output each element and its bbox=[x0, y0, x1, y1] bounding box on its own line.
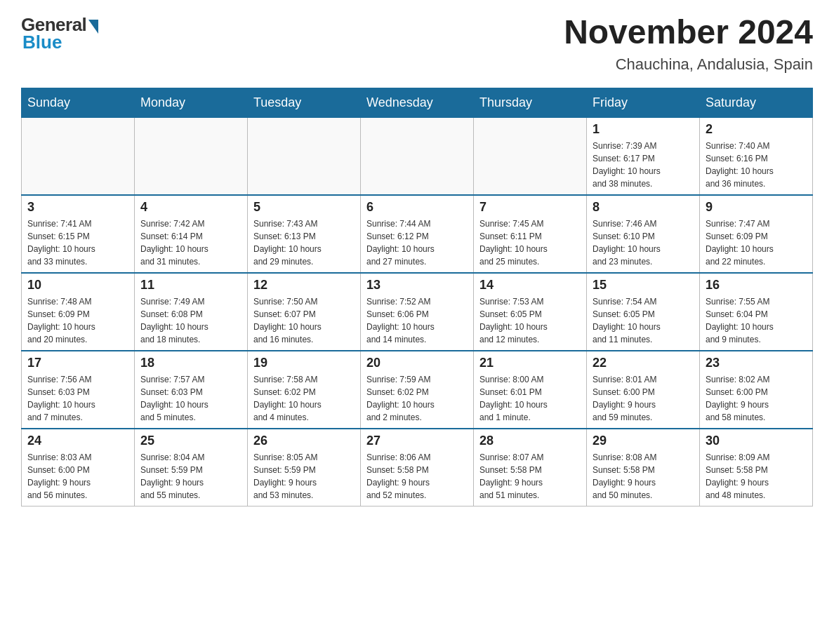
calendar-cell: 10Sunrise: 7:48 AM Sunset: 6:09 PM Dayli… bbox=[22, 273, 135, 351]
logo-arrow-icon bbox=[88, 20, 98, 34]
calendar-cell: 29Sunrise: 8:08 AM Sunset: 5:58 PM Dayli… bbox=[587, 429, 700, 507]
calendar-header-monday: Monday bbox=[135, 88, 248, 117]
calendar-cell: 2Sunrise: 7:40 AM Sunset: 6:16 PM Daylig… bbox=[700, 117, 813, 195]
calendar-cell: 21Sunrise: 8:00 AM Sunset: 6:01 PM Dayli… bbox=[474, 351, 587, 429]
calendar-cell: 17Sunrise: 7:56 AM Sunset: 6:03 PM Dayli… bbox=[22, 351, 135, 429]
day-info: Sunrise: 8:08 AM Sunset: 5:58 PM Dayligh… bbox=[593, 451, 694, 502]
day-number: 29 bbox=[593, 434, 694, 448]
day-info: Sunrise: 8:02 AM Sunset: 6:00 PM Dayligh… bbox=[706, 373, 807, 424]
day-number: 18 bbox=[140, 356, 241, 370]
day-info: Sunrise: 7:59 AM Sunset: 6:02 PM Dayligh… bbox=[366, 373, 468, 424]
calendar-header-thursday: Thursday bbox=[474, 88, 587, 117]
day-info: Sunrise: 7:49 AM Sunset: 6:08 PM Dayligh… bbox=[140, 295, 241, 346]
calendar-header-sunday: Sunday bbox=[22, 88, 135, 117]
calendar-cell: 27Sunrise: 8:06 AM Sunset: 5:58 PM Dayli… bbox=[361, 429, 474, 507]
calendar-cell: 20Sunrise: 7:59 AM Sunset: 6:02 PM Dayli… bbox=[361, 351, 474, 429]
day-info: Sunrise: 8:00 AM Sunset: 6:01 PM Dayligh… bbox=[479, 373, 581, 424]
day-number: 24 bbox=[27, 434, 128, 448]
logo: General Blue bbox=[21, 14, 98, 53]
calendar-cell: 11Sunrise: 7:49 AM Sunset: 6:08 PM Dayli… bbox=[135, 273, 248, 351]
page-header: General Blue November 2024 Chauchina, An… bbox=[21, 14, 813, 74]
calendar-cell: 18Sunrise: 7:57 AM Sunset: 6:03 PM Dayli… bbox=[135, 351, 248, 429]
day-info: Sunrise: 8:03 AM Sunset: 6:00 PM Dayligh… bbox=[27, 451, 128, 502]
day-info: Sunrise: 7:47 AM Sunset: 6:09 PM Dayligh… bbox=[706, 217, 807, 268]
day-number: 23 bbox=[706, 356, 807, 370]
calendar-week-3: 10Sunrise: 7:48 AM Sunset: 6:09 PM Dayli… bbox=[22, 273, 813, 351]
day-number: 21 bbox=[479, 356, 581, 370]
day-number: 11 bbox=[140, 278, 241, 293]
calendar-cell bbox=[248, 117, 361, 195]
month-year-title: November 2024 bbox=[564, 14, 813, 51]
day-number: 12 bbox=[253, 278, 355, 293]
day-info: Sunrise: 8:07 AM Sunset: 5:58 PM Dayligh… bbox=[479, 451, 581, 502]
day-info: Sunrise: 8:04 AM Sunset: 5:59 PM Dayligh… bbox=[140, 451, 241, 502]
day-info: Sunrise: 7:52 AM Sunset: 6:06 PM Dayligh… bbox=[366, 295, 468, 346]
calendar-cell: 7Sunrise: 7:45 AM Sunset: 6:11 PM Daylig… bbox=[474, 195, 587, 273]
day-info: Sunrise: 7:40 AM Sunset: 6:16 PM Dayligh… bbox=[706, 140, 807, 190]
calendar-cell bbox=[474, 117, 587, 195]
day-number: 28 bbox=[479, 434, 581, 448]
calendar-cell: 26Sunrise: 8:05 AM Sunset: 5:59 PM Dayli… bbox=[248, 429, 361, 507]
calendar-header-saturday: Saturday bbox=[700, 88, 813, 117]
day-number: 4 bbox=[140, 200, 241, 215]
calendar-cell bbox=[135, 117, 248, 195]
day-number: 20 bbox=[366, 356, 468, 370]
location-subtitle: Chauchina, Andalusia, Spain bbox=[564, 55, 813, 74]
calendar-cell: 23Sunrise: 8:02 AM Sunset: 6:00 PM Dayli… bbox=[700, 351, 813, 429]
calendar-cell bbox=[22, 117, 135, 195]
day-info: Sunrise: 8:09 AM Sunset: 5:58 PM Dayligh… bbox=[706, 451, 807, 502]
day-number: 6 bbox=[366, 200, 468, 215]
calendar-table: SundayMondayTuesdayWednesdayThursdayFrid… bbox=[21, 88, 813, 507]
calendar-cell: 6Sunrise: 7:44 AM Sunset: 6:12 PM Daylig… bbox=[361, 195, 474, 273]
logo-blue-text: Blue bbox=[22, 32, 62, 53]
day-info: Sunrise: 7:55 AM Sunset: 6:04 PM Dayligh… bbox=[706, 295, 807, 346]
day-info: Sunrise: 7:39 AM Sunset: 6:17 PM Dayligh… bbox=[593, 140, 694, 190]
calendar-cell: 14Sunrise: 7:53 AM Sunset: 6:05 PM Dayli… bbox=[474, 273, 587, 351]
calendar-week-2: 3Sunrise: 7:41 AM Sunset: 6:15 PM Daylig… bbox=[22, 195, 813, 273]
calendar-cell: 13Sunrise: 7:52 AM Sunset: 6:06 PM Dayli… bbox=[361, 273, 474, 351]
day-number: 9 bbox=[706, 200, 807, 215]
calendar-cell: 3Sunrise: 7:41 AM Sunset: 6:15 PM Daylig… bbox=[22, 195, 135, 273]
day-info: Sunrise: 7:48 AM Sunset: 6:09 PM Dayligh… bbox=[27, 295, 128, 346]
calendar-header-wednesday: Wednesday bbox=[361, 88, 474, 117]
day-info: Sunrise: 7:56 AM Sunset: 6:03 PM Dayligh… bbox=[27, 373, 128, 424]
calendar-header-row: SundayMondayTuesdayWednesdayThursdayFrid… bbox=[22, 88, 813, 117]
calendar-week-1: 1Sunrise: 7:39 AM Sunset: 6:17 PM Daylig… bbox=[22, 117, 813, 195]
day-info: Sunrise: 7:41 AM Sunset: 6:15 PM Dayligh… bbox=[27, 217, 128, 268]
day-number: 5 bbox=[253, 200, 355, 215]
calendar-cell: 16Sunrise: 7:55 AM Sunset: 6:04 PM Dayli… bbox=[700, 273, 813, 351]
calendar-header-tuesday: Tuesday bbox=[248, 88, 361, 117]
day-number: 2 bbox=[706, 122, 807, 137]
calendar-cell: 24Sunrise: 8:03 AM Sunset: 6:00 PM Dayli… bbox=[22, 429, 135, 507]
day-number: 25 bbox=[140, 434, 241, 448]
day-info: Sunrise: 8:01 AM Sunset: 6:00 PM Dayligh… bbox=[593, 373, 694, 424]
calendar-cell: 28Sunrise: 8:07 AM Sunset: 5:58 PM Dayli… bbox=[474, 429, 587, 507]
calendar-cell: 4Sunrise: 7:42 AM Sunset: 6:14 PM Daylig… bbox=[135, 195, 248, 273]
day-info: Sunrise: 7:58 AM Sunset: 6:02 PM Dayligh… bbox=[253, 373, 355, 424]
calendar-week-4: 17Sunrise: 7:56 AM Sunset: 6:03 PM Dayli… bbox=[22, 351, 813, 429]
day-info: Sunrise: 7:57 AM Sunset: 6:03 PM Dayligh… bbox=[140, 373, 241, 424]
day-info: Sunrise: 7:54 AM Sunset: 6:05 PM Dayligh… bbox=[593, 295, 694, 346]
calendar-cell: 25Sunrise: 8:04 AM Sunset: 5:59 PM Dayli… bbox=[135, 429, 248, 507]
day-number: 15 bbox=[593, 278, 694, 293]
day-number: 30 bbox=[706, 434, 807, 448]
calendar-cell bbox=[361, 117, 474, 195]
day-number: 17 bbox=[27, 356, 128, 370]
day-info: Sunrise: 7:43 AM Sunset: 6:13 PM Dayligh… bbox=[253, 217, 355, 268]
calendar-cell: 5Sunrise: 7:43 AM Sunset: 6:13 PM Daylig… bbox=[248, 195, 361, 273]
day-info: Sunrise: 8:05 AM Sunset: 5:59 PM Dayligh… bbox=[253, 451, 355, 502]
title-block: November 2024 Chauchina, Andalusia, Spai… bbox=[564, 14, 813, 74]
day-number: 10 bbox=[27, 278, 128, 293]
calendar-cell: 12Sunrise: 7:50 AM Sunset: 6:07 PM Dayli… bbox=[248, 273, 361, 351]
day-number: 8 bbox=[593, 200, 694, 215]
day-number: 16 bbox=[706, 278, 807, 293]
calendar-cell: 8Sunrise: 7:46 AM Sunset: 6:10 PM Daylig… bbox=[587, 195, 700, 273]
calendar-cell: 30Sunrise: 8:09 AM Sunset: 5:58 PM Dayli… bbox=[700, 429, 813, 507]
calendar-cell: 22Sunrise: 8:01 AM Sunset: 6:00 PM Dayli… bbox=[587, 351, 700, 429]
day-info: Sunrise: 8:06 AM Sunset: 5:58 PM Dayligh… bbox=[366, 451, 468, 502]
day-info: Sunrise: 7:44 AM Sunset: 6:12 PM Dayligh… bbox=[366, 217, 468, 268]
day-number: 26 bbox=[253, 434, 355, 448]
calendar-cell: 1Sunrise: 7:39 AM Sunset: 6:17 PM Daylig… bbox=[587, 117, 700, 195]
day-info: Sunrise: 7:42 AM Sunset: 6:14 PM Dayligh… bbox=[140, 217, 241, 268]
calendar-header-friday: Friday bbox=[587, 88, 700, 117]
